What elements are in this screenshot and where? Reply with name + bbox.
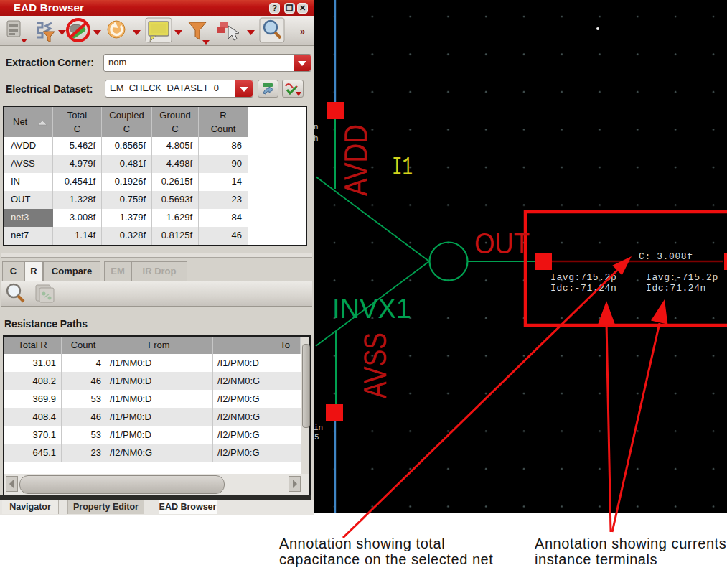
svg-text:Idc:-71.24n: Idc:-71.24n [550, 283, 616, 294]
svg-text:AVSS: AVSS [357, 332, 393, 398]
svg-text:AVDD: AVDD [337, 124, 374, 196]
svg-text:INVX1: INVX1 [332, 294, 411, 324]
svg-text:in: in [314, 424, 323, 432]
svg-text:»: » [300, 26, 305, 37]
svg-text:Iavg:-715.2p: Iavg:-715.2p [646, 272, 718, 283]
svg-text:5: 5 [314, 433, 319, 442]
svg-text:Idc:71.24n: Idc:71.24n [646, 283, 706, 294]
svg-text:OUT: OUT [474, 228, 530, 259]
svg-text:I1: I1 [392, 153, 413, 182]
svg-text:C: 3.008f: C: 3.008f [639, 251, 693, 262]
svg-text:Iavg:715.2p: Iavg:715.2p [550, 272, 616, 283]
svg-text:n: n [314, 123, 319, 131]
svg-text:h: h [314, 134, 319, 143]
